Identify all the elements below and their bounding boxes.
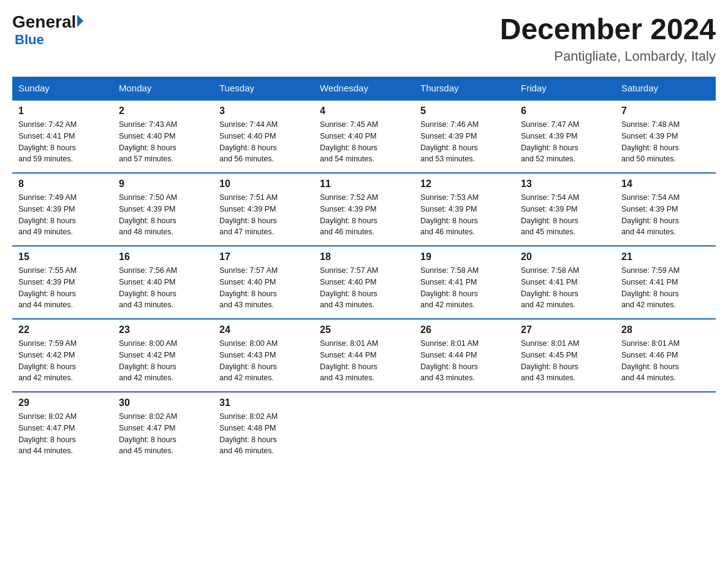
header-saturday: Saturday bbox=[615, 77, 716, 100]
month-title: December 2024 bbox=[500, 12, 716, 46]
calendar-cell bbox=[414, 392, 515, 464]
header-friday: Friday bbox=[515, 77, 615, 100]
calendar-cell: 20Sunrise: 7:58 AMSunset: 4:41 PMDayligh… bbox=[515, 246, 615, 319]
day-info: Sunrise: 7:54 AMSunset: 4:39 PMDaylight:… bbox=[621, 192, 710, 238]
day-number: 23 bbox=[119, 324, 207, 335]
day-number: 6 bbox=[521, 105, 609, 117]
day-info: Sunrise: 8:00 AMSunset: 4:43 PMDaylight:… bbox=[219, 338, 308, 384]
day-number: 18 bbox=[320, 251, 408, 262]
day-info: Sunrise: 8:01 AMSunset: 4:46 PMDaylight:… bbox=[621, 338, 710, 384]
calendar-cell: 4Sunrise: 7:45 AMSunset: 4:40 PMDaylight… bbox=[314, 100, 414, 173]
day-number: 28 bbox=[621, 324, 710, 335]
day-info: Sunrise: 7:54 AMSunset: 4:39 PMDaylight:… bbox=[521, 192, 609, 238]
day-number: 19 bbox=[420, 251, 509, 262]
calendar-cell: 3Sunrise: 7:44 AMSunset: 4:40 PMDaylight… bbox=[213, 100, 314, 173]
day-info: Sunrise: 8:00 AMSunset: 4:42 PMDaylight:… bbox=[119, 338, 207, 384]
calendar-cell: 8Sunrise: 7:49 AMSunset: 4:39 PMDaylight… bbox=[12, 173, 113, 246]
day-info: Sunrise: 7:59 AMSunset: 4:41 PMDaylight:… bbox=[621, 265, 710, 311]
calendar-cell: 18Sunrise: 7:57 AMSunset: 4:40 PMDayligh… bbox=[314, 246, 414, 319]
day-number: 22 bbox=[18, 324, 107, 335]
day-number: 29 bbox=[18, 397, 107, 408]
calendar-cell bbox=[515, 392, 615, 464]
calendar-cell: 28Sunrise: 8:01 AMSunset: 4:46 PMDayligh… bbox=[615, 319, 716, 392]
calendar-cell: 5Sunrise: 7:46 AMSunset: 4:39 PMDaylight… bbox=[414, 100, 515, 173]
day-info: Sunrise: 7:58 AMSunset: 4:41 PMDaylight:… bbox=[420, 265, 509, 311]
day-number: 15 bbox=[18, 251, 107, 262]
day-number: 13 bbox=[521, 178, 609, 190]
day-number: 25 bbox=[320, 324, 408, 335]
day-number: 27 bbox=[521, 324, 609, 335]
day-number: 2 bbox=[119, 105, 207, 117]
day-info: Sunrise: 7:59 AMSunset: 4:42 PMDaylight:… bbox=[18, 338, 107, 384]
day-info: Sunrise: 7:45 AMSunset: 4:40 PMDaylight:… bbox=[320, 119, 408, 165]
day-info: Sunrise: 7:57 AMSunset: 4:40 PMDaylight:… bbox=[219, 265, 308, 311]
calendar-cell: 2Sunrise: 7:43 AMSunset: 4:40 PMDaylight… bbox=[113, 100, 213, 173]
calendar-body: 1Sunrise: 7:42 AMSunset: 4:41 PMDaylight… bbox=[12, 100, 716, 464]
day-number: 9 bbox=[119, 178, 207, 190]
calendar-cell: 23Sunrise: 8:00 AMSunset: 4:42 PMDayligh… bbox=[113, 319, 213, 392]
calendar-cell: 7Sunrise: 7:48 AMSunset: 4:39 PMDaylight… bbox=[615, 100, 716, 173]
day-info: Sunrise: 7:53 AMSunset: 4:39 PMDaylight:… bbox=[420, 192, 509, 238]
day-info: Sunrise: 7:57 AMSunset: 4:40 PMDaylight:… bbox=[320, 265, 408, 311]
day-number: 21 bbox=[621, 251, 710, 262]
calendar-cell: 25Sunrise: 8:01 AMSunset: 4:44 PMDayligh… bbox=[314, 319, 414, 392]
week-row-4: 22Sunrise: 7:59 AMSunset: 4:42 PMDayligh… bbox=[12, 319, 716, 392]
calendar-cell: 24Sunrise: 8:00 AMSunset: 4:43 PMDayligh… bbox=[213, 319, 314, 392]
logo-general-text: General bbox=[12, 12, 76, 32]
calendar-header: SundayMondayTuesdayWednesdayThursdayFrid… bbox=[12, 77, 716, 100]
calendar-cell: 16Sunrise: 7:56 AMSunset: 4:40 PMDayligh… bbox=[113, 246, 213, 319]
logo-blue-text: Blue bbox=[15, 32, 44, 48]
calendar-cell: 22Sunrise: 7:59 AMSunset: 4:42 PMDayligh… bbox=[12, 319, 113, 392]
location-title: Pantigliate, Lombardy, Italy bbox=[500, 48, 716, 64]
day-info: Sunrise: 7:56 AMSunset: 4:40 PMDaylight:… bbox=[119, 265, 207, 311]
calendar-cell: 17Sunrise: 7:57 AMSunset: 4:40 PMDayligh… bbox=[213, 246, 314, 319]
calendar-cell: 9Sunrise: 7:50 AMSunset: 4:39 PMDaylight… bbox=[113, 173, 213, 246]
calendar-cell: 27Sunrise: 8:01 AMSunset: 4:45 PMDayligh… bbox=[515, 319, 615, 392]
calendar-cell bbox=[615, 392, 716, 464]
day-number: 5 bbox=[420, 105, 509, 117]
day-info: Sunrise: 7:48 AMSunset: 4:39 PMDaylight:… bbox=[621, 119, 710, 165]
header-tuesday: Tuesday bbox=[213, 77, 314, 100]
day-number: 17 bbox=[219, 251, 308, 262]
day-number: 8 bbox=[18, 178, 107, 190]
calendar-cell bbox=[314, 392, 414, 464]
calendar-cell: 11Sunrise: 7:52 AMSunset: 4:39 PMDayligh… bbox=[314, 173, 414, 246]
day-info: Sunrise: 7:58 AMSunset: 4:41 PMDaylight:… bbox=[521, 265, 609, 311]
day-number: 3 bbox=[219, 105, 308, 117]
calendar-cell: 6Sunrise: 7:47 AMSunset: 4:39 PMDaylight… bbox=[515, 100, 615, 173]
day-number: 20 bbox=[521, 251, 609, 262]
logo-arrow-icon bbox=[77, 15, 83, 27]
day-info: Sunrise: 7:43 AMSunset: 4:40 PMDaylight:… bbox=[119, 119, 207, 165]
calendar-cell: 10Sunrise: 7:51 AMSunset: 4:39 PMDayligh… bbox=[213, 173, 314, 246]
day-number: 24 bbox=[219, 324, 308, 335]
day-info: Sunrise: 8:01 AMSunset: 4:44 PMDaylight:… bbox=[320, 338, 408, 384]
day-number: 16 bbox=[119, 251, 207, 262]
day-number: 26 bbox=[420, 324, 509, 335]
week-row-2: 8Sunrise: 7:49 AMSunset: 4:39 PMDaylight… bbox=[12, 173, 716, 246]
calendar-cell: 29Sunrise: 8:02 AMSunset: 4:47 PMDayligh… bbox=[12, 392, 113, 464]
day-info: Sunrise: 8:01 AMSunset: 4:44 PMDaylight:… bbox=[420, 338, 509, 384]
title-block: December 2024 Pantigliate, Lombardy, Ita… bbox=[500, 12, 716, 64]
week-row-1: 1Sunrise: 7:42 AMSunset: 4:41 PMDaylight… bbox=[12, 100, 716, 173]
calendar-cell: 14Sunrise: 7:54 AMSunset: 4:39 PMDayligh… bbox=[615, 173, 716, 246]
day-info: Sunrise: 8:02 AMSunset: 4:47 PMDaylight:… bbox=[18, 411, 107, 457]
day-number: 7 bbox=[621, 105, 710, 117]
day-info: Sunrise: 8:01 AMSunset: 4:45 PMDaylight:… bbox=[521, 338, 609, 384]
calendar-cell: 30Sunrise: 8:02 AMSunset: 4:47 PMDayligh… bbox=[113, 392, 213, 464]
header-sunday: Sunday bbox=[12, 77, 113, 100]
calendar-cell: 13Sunrise: 7:54 AMSunset: 4:39 PMDayligh… bbox=[515, 173, 615, 246]
day-info: Sunrise: 7:46 AMSunset: 4:39 PMDaylight:… bbox=[420, 119, 509, 165]
day-info: Sunrise: 7:55 AMSunset: 4:39 PMDaylight:… bbox=[18, 265, 107, 311]
week-row-3: 15Sunrise: 7:55 AMSunset: 4:39 PMDayligh… bbox=[12, 246, 716, 319]
day-info: Sunrise: 7:52 AMSunset: 4:39 PMDaylight:… bbox=[320, 192, 408, 238]
calendar-cell: 15Sunrise: 7:55 AMSunset: 4:39 PMDayligh… bbox=[12, 246, 113, 319]
calendar-cell: 1Sunrise: 7:42 AMSunset: 4:41 PMDaylight… bbox=[12, 100, 113, 173]
day-info: Sunrise: 7:50 AMSunset: 4:39 PMDaylight:… bbox=[119, 192, 207, 238]
logo-general: General bbox=[12, 12, 83, 32]
day-number: 14 bbox=[621, 178, 710, 190]
day-info: Sunrise: 7:47 AMSunset: 4:39 PMDaylight:… bbox=[521, 119, 609, 165]
day-info: Sunrise: 7:51 AMSunset: 4:39 PMDaylight:… bbox=[219, 192, 308, 238]
day-info: Sunrise: 7:49 AMSunset: 4:39 PMDaylight:… bbox=[18, 192, 107, 238]
day-number: 4 bbox=[320, 105, 408, 117]
header-thursday: Thursday bbox=[414, 77, 515, 100]
